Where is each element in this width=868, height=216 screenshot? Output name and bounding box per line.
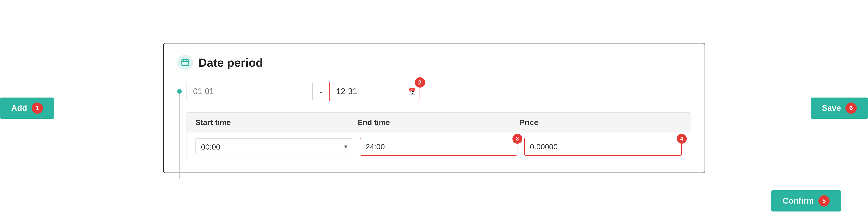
header-icon-circle [177,55,193,71]
end-time-input[interactable] [360,138,518,156]
start-time-select[interactable]: 00:00 [195,138,353,155]
date-separator: - [317,86,324,97]
card-title: Date period [198,56,263,69]
start-time-wrapper: 00:00 ▼ [195,138,353,155]
confirm-button[interactable]: Confirm 5 [771,190,841,212]
time-price-table: Start time End time Price 00:00 ▼ 3 [186,112,691,161]
calendar-icon: 📅 [408,88,416,95]
save-button[interactable]: Save 6 [811,98,868,119]
svg-rect-0 [182,60,188,66]
save-button-badge: 6 [845,103,857,114]
end-time-badge: 3 [513,134,522,144]
end-date-wrapper: 2 📅 [329,82,420,101]
price-badge: 4 [677,134,687,144]
end-time-wrapper: 3 [360,138,518,156]
date-period-icon [181,58,190,67]
confirm-button-label: Confirm [783,196,814,206]
add-button-badge: 1 [32,103,43,114]
timeline-dot [177,89,182,94]
confirm-button-badge: 5 [818,195,830,207]
date-row: - 2 📅 [177,82,691,101]
end-date-badge: 2 [415,77,425,87]
price-input[interactable] [524,138,682,156]
table-header: Start time End time Price [186,113,691,133]
end-date-input[interactable] [329,82,420,101]
add-button-wrapper: Add 1 [0,98,54,119]
add-button[interactable]: Add 1 [0,98,54,119]
confirm-button-wrapper: Confirm 5 [771,190,841,212]
price-wrapper: 4 [524,138,682,156]
add-button-label: Add [11,103,27,113]
header-price: Price [520,118,682,127]
table-row: 00:00 ▼ 3 4 [186,133,691,161]
start-date-input[interactable] [186,82,313,101]
header-start-time: Start time [195,118,358,127]
card-header: Date period [177,55,691,71]
main-card: Date period - 2 📅 Start time End time Pr… [163,43,705,173]
save-button-wrapper: Save 6 [811,98,868,119]
save-button-label: Save [822,103,841,113]
header-end-time: End time [358,118,520,127]
